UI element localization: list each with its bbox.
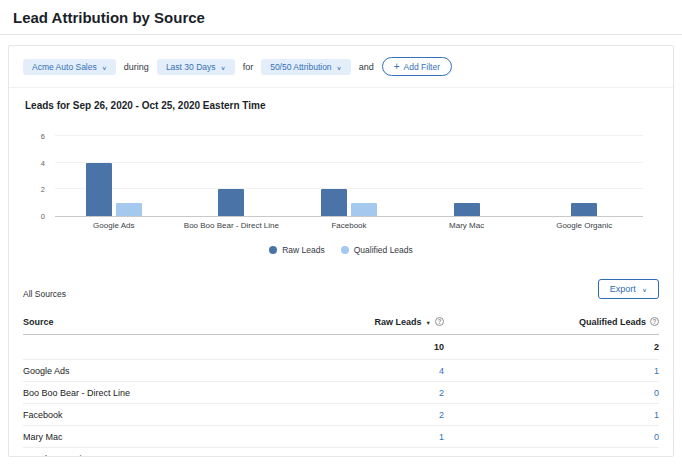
raw-leads-bar[interactable] bbox=[86, 163, 112, 216]
totals-qualified-leads: 2 bbox=[444, 342, 659, 352]
legend-dot bbox=[269, 246, 277, 254]
y-axis-tick: 6 bbox=[41, 132, 45, 141]
chevron-down-icon bbox=[337, 62, 342, 72]
qualified-leads-bar[interactable] bbox=[351, 203, 377, 216]
account-filter-label: Acme Auto Sales bbox=[32, 62, 97, 72]
sources-table: Source Raw Leads Qualified Leads 10 2 Go… bbox=[23, 309, 659, 457]
qualified-leads-link[interactable]: 0 bbox=[444, 454, 659, 458]
raw-leads-link[interactable]: 2 bbox=[294, 410, 444, 420]
and-label: and bbox=[359, 62, 374, 72]
x-axis-label: Google Organic bbox=[525, 221, 643, 230]
raw-leads-bar[interactable] bbox=[321, 189, 347, 216]
chart-section: Leads for Sep 26, 2020 - Oct 25, 2020 Ea… bbox=[9, 88, 673, 255]
source-cell: Google Organic bbox=[23, 454, 294, 458]
x-axis-label: Mary Mac bbox=[408, 221, 526, 230]
bar-group bbox=[525, 137, 643, 216]
date-range-label: Last 30 Days bbox=[166, 62, 216, 72]
attribution-model-label: 50/50 Attribution bbox=[270, 62, 331, 72]
sort-desc-icon bbox=[426, 317, 431, 327]
page-title: Lead Attribution by Source bbox=[13, 9, 669, 26]
chart-yaxis: 0246 bbox=[29, 137, 51, 217]
export-label: Export bbox=[610, 284, 636, 294]
during-label: during bbox=[124, 62, 149, 72]
legend-label: Raw Leads bbox=[282, 245, 325, 255]
raw-leads-column-header[interactable]: Raw Leads bbox=[294, 317, 444, 327]
table-row: Facebook 2 1 bbox=[23, 403, 659, 425]
source-cell: Boo Boo Bear - Direct Line bbox=[23, 388, 294, 398]
add-filter-label: Add Filter bbox=[404, 62, 440, 72]
for-label: for bbox=[243, 62, 254, 72]
raw-leads-bar[interactable] bbox=[218, 189, 244, 216]
qualified-leads-column-header[interactable]: Qualified Leads bbox=[444, 317, 659, 327]
account-filter-dropdown[interactable]: Acme Auto Sales bbox=[23, 59, 116, 75]
raw-leads-link[interactable]: 1 bbox=[294, 432, 444, 442]
y-axis-tick: 4 bbox=[41, 159, 45, 168]
qualified-leads-link[interactable]: 1 bbox=[444, 366, 659, 376]
table-toolbar: All Sources Export bbox=[9, 255, 673, 305]
bar-group bbox=[408, 137, 526, 216]
gridline bbox=[55, 135, 643, 136]
chevron-down-icon bbox=[221, 62, 226, 72]
table-row: Google Organic 1 0 bbox=[23, 447, 659, 457]
qualified-leads-bar[interactable] bbox=[116, 203, 142, 216]
legend-item[interactable]: Qualified Leads bbox=[341, 245, 413, 255]
raw-leads-link[interactable]: 2 bbox=[294, 388, 444, 398]
help-icon[interactable] bbox=[650, 317, 659, 326]
x-axis-label: Boo Boo Bear - Direct Line bbox=[173, 221, 291, 230]
add-filter-button[interactable]: Add Filter bbox=[382, 57, 452, 76]
attribution-model-dropdown[interactable]: 50/50 Attribution bbox=[261, 59, 351, 75]
totals-raw-leads: 10 bbox=[294, 342, 444, 352]
table-header-row: Source Raw Leads Qualified Leads bbox=[23, 309, 659, 335]
raw-leads-bar[interactable] bbox=[454, 203, 480, 216]
qualified-leads-link[interactable]: 0 bbox=[444, 388, 659, 398]
qualified-leads-link[interactable]: 0 bbox=[444, 432, 659, 442]
chart-xlabels: Google AdsBoo Boo Bear - Direct LineFace… bbox=[55, 221, 643, 230]
bar-group bbox=[173, 137, 291, 216]
page-header: Lead Attribution by Source bbox=[0, 0, 682, 35]
table-row: Google Ads 4 1 bbox=[23, 359, 659, 381]
filter-bar: Acme Auto Sales during Last 30 Days for … bbox=[9, 46, 673, 88]
table-row: Boo Boo Bear - Direct Line 2 0 bbox=[23, 381, 659, 403]
legend-item[interactable]: Raw Leads bbox=[269, 245, 325, 255]
raw-leads-bar[interactable] bbox=[571, 203, 597, 216]
x-axis-label: Facebook bbox=[290, 221, 408, 230]
x-axis-label: Google Ads bbox=[55, 221, 173, 230]
chart-plot bbox=[55, 137, 643, 217]
chevron-down-icon bbox=[102, 62, 107, 72]
raw-leads-link[interactable]: 4 bbox=[294, 366, 444, 376]
all-sources-label: All Sources bbox=[23, 289, 66, 299]
bar-chart: 0246 bbox=[55, 137, 643, 217]
content-panel: Acme Auto Sales during Last 30 Days for … bbox=[8, 45, 674, 457]
bar-group bbox=[290, 137, 408, 216]
chart-legend: Raw LeadsQualified Leads bbox=[25, 245, 657, 255]
chart-heading: Leads for Sep 26, 2020 - Oct 25, 2020 Ea… bbox=[25, 100, 657, 111]
legend-label: Qualified Leads bbox=[354, 245, 413, 255]
date-range-dropdown[interactable]: Last 30 Days bbox=[157, 59, 235, 75]
y-axis-tick: 2 bbox=[41, 185, 45, 194]
table-row: Mary Mac 1 0 bbox=[23, 425, 659, 447]
help-icon[interactable] bbox=[435, 317, 444, 326]
y-axis-tick: 0 bbox=[41, 212, 45, 221]
export-button[interactable]: Export bbox=[598, 279, 659, 299]
raw-leads-link[interactable]: 1 bbox=[294, 454, 444, 458]
source-column-header[interactable]: Source bbox=[23, 317, 294, 327]
plus-icon bbox=[394, 61, 400, 72]
source-cell: Google Ads bbox=[23, 366, 294, 376]
qualified-leads-link[interactable]: 1 bbox=[444, 410, 659, 420]
chevron-down-icon bbox=[642, 284, 647, 294]
legend-dot bbox=[341, 246, 349, 254]
raw-leads-header-label: Raw Leads bbox=[375, 317, 422, 327]
qualified-leads-header-label: Qualified Leads bbox=[579, 317, 646, 327]
totals-row: 10 2 bbox=[23, 335, 659, 359]
source-cell: Facebook bbox=[23, 410, 294, 420]
source-cell: Mary Mac bbox=[23, 432, 294, 442]
bar-group bbox=[55, 137, 173, 216]
